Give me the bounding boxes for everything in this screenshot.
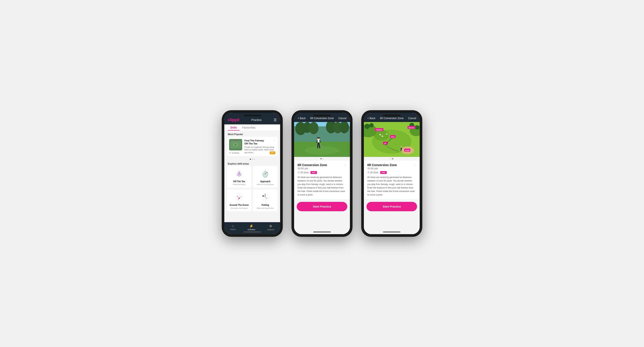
drill-meta-2: ⏱ 20 shots ARG [298, 171, 346, 174]
tab-drills[interactable]: Drills [228, 124, 240, 131]
svg-rect-5 [234, 140, 235, 143]
drill-title-row-3: 6ft Conversion Zone 10-50 yds ☆ [367, 163, 416, 170]
fav-star-2[interactable]: ☆ [344, 163, 346, 167]
cancel-button-2[interactable]: Cancel [338, 117, 346, 120]
nav-home-label: Home [230, 228, 236, 230]
cancel-button-3[interactable]: Cancel [408, 117, 416, 120]
svg-point-35 [240, 196, 241, 197]
start-practice-button-2[interactable]: Start Practice [297, 202, 347, 211]
skill-name-ott: Off The Tee [233, 180, 245, 183]
phone-1-screen: clippd Practice ☰ Drills Favourites Most… [224, 113, 280, 234]
favourite-star[interactable]: ☆ [273, 139, 275, 142]
svg-point-15 [239, 173, 240, 174]
skill-desc-ott: Power accuracy [233, 184, 246, 185]
card-dots [224, 157, 280, 161]
phone1-content: Most Popular [224, 131, 280, 222]
svg-rect-44 [265, 194, 265, 197]
phone-notch-1 [244, 115, 261, 116]
shots-2: ⏱ 20 shots [298, 171, 309, 174]
drill-title-group-2: 6ft Conversion Zone 10-50 yds [298, 163, 327, 170]
shots-count: ⏱ 10 shots [229, 152, 239, 154]
home-indicator-1 [244, 232, 261, 232]
svg-point-92 [386, 133, 388, 135]
svg-point-72 [364, 124, 370, 129]
golf-map-svg: FAIRWAY ROUGH SAND Hit Miss [364, 122, 420, 157]
phone-1: clippd Practice ☰ Drills Favourites Most… [222, 110, 283, 237]
dot-2-2 [322, 158, 324, 159]
dot-1-3 [390, 158, 391, 159]
capture-nav-icon: ⊕ [269, 224, 272, 228]
home-nav-icon: ⌂ [232, 224, 234, 228]
back-button-3[interactable]: < Back [367, 117, 376, 120]
svg-point-51 [309, 122, 318, 134]
badge-arg-2: ARG [310, 171, 317, 174]
svg-text:SAND: SAND [405, 150, 410, 151]
golf-photo-svg [294, 122, 350, 157]
featured-drill-card[interactable]: Find The Fairway Off The Tee Create an i… [227, 137, 278, 156]
drill-card-title: Find The Fairway [244, 139, 275, 142]
svg-point-91 [382, 136, 383, 137]
nav-capture[interactable]: ⊕ Capture [267, 224, 274, 231]
dot-active-3 [392, 158, 393, 159]
drill-card-subtitle: Off The Tee [244, 142, 275, 145]
nav-home[interactable]: ⌂ Home [230, 224, 236, 231]
svg-text:Miss: Miss [391, 136, 394, 138]
tab-favourites[interactable]: Favourites [240, 124, 258, 131]
home-indicator-2 [313, 232, 331, 232]
menu-icon[interactable]: ☰ [274, 118, 277, 122]
drill-title-3: 6ft Conversion Zone [367, 163, 397, 167]
activities-nav-icon: ⚡ [249, 224, 254, 228]
back-button-2[interactable]: < Back [298, 117, 306, 120]
phone-notch-2 [313, 115, 331, 116]
skill-approach[interactable]: Approach Dial-in to hit the green [253, 166, 278, 188]
drill-title-row-2: 6ft Conversion Zone 10-50 yds ☆ [298, 163, 346, 170]
app-logo: clippd [228, 118, 239, 122]
svg-point-3 [235, 144, 236, 145]
phone-2-screen: < Back 6ft Conversion Zone Cancel [294, 113, 350, 234]
svg-point-36 [238, 199, 239, 200]
skill-putting[interactable]: Putting Make and lag practice [253, 189, 278, 211]
start-practice-button-3[interactable]: Start Practice [366, 202, 417, 211]
svg-point-33 [238, 197, 240, 199]
drill-card-image [229, 139, 242, 150]
nav-activities-label: Activities [248, 228, 255, 231]
skill-off-the-tee[interactable]: Off The Tee Power accuracy [227, 166, 251, 188]
svg-point-65 [317, 137, 320, 139]
explore-label: Explore skill areas [224, 161, 280, 166]
svg-line-60 [318, 144, 318, 148]
dot-2 [252, 159, 253, 160]
atg-icon [232, 192, 246, 203]
drill-range-3: 10-50 yds [367, 167, 397, 170]
skill-desc-putting: Make and lag practice [257, 207, 274, 209]
svg-point-24 [265, 173, 266, 174]
hero-dots-3 [364, 157, 420, 161]
drill-description-3: 20 shots are randomly generated at dista… [367, 176, 416, 197]
card-footer: ⏱ 10 shots OTT [229, 150, 275, 154]
dot-3 [254, 159, 255, 160]
phone2-content: 6ft Conversion Zone 10-50 yds ☆ ⏱ 20 sho… [294, 122, 350, 234]
nav-activities[interactable]: ⚡ Activities [248, 224, 255, 231]
drill-title-2: 6ft Conversion Zone [298, 163, 327, 167]
skill-around-green[interactable]: Around The Green Hone your short game [227, 189, 251, 211]
dot-active-2 [320, 158, 322, 159]
drill-info-3: 6ft Conversion Zone 10-50 yds ☆ ⏱ 20 sho… [364, 161, 420, 199]
tabs-bar: Drills Favourites [224, 124, 280, 131]
svg-point-25 [267, 172, 268, 173]
shots-3: ⏱ 20 shots [367, 171, 378, 174]
hero-dots-2 [294, 157, 350, 161]
fav-star-3[interactable]: ☆ [413, 163, 416, 167]
svg-text:Hit: Hit [384, 143, 386, 144]
svg-point-45 [262, 195, 264, 197]
skill-desc-atg: Hone your short game [230, 207, 248, 209]
hero-map-view: FAIRWAY ROUGH SAND Hit Miss [364, 122, 420, 157]
off-tee-radar [232, 168, 246, 179]
phone-3-screen: < Back 6ft Conversion Zone Cancel [364, 113, 420, 234]
drill-meta-3: ⏱ 20 shots ARG [367, 171, 416, 174]
drill-title-group-3: 6ft Conversion Zone 10-50 yds [367, 163, 397, 170]
drill-range-2: 10-50 yds [298, 167, 327, 170]
phone-notch-3 [383, 115, 400, 116]
header-title-2: 6ft Conversion Zone [310, 117, 334, 120]
svg-point-46 [266, 198, 267, 199]
drill-description-2: 20 shots are randomly generated at dista… [298, 176, 346, 197]
svg-line-88 [401, 150, 401, 151]
